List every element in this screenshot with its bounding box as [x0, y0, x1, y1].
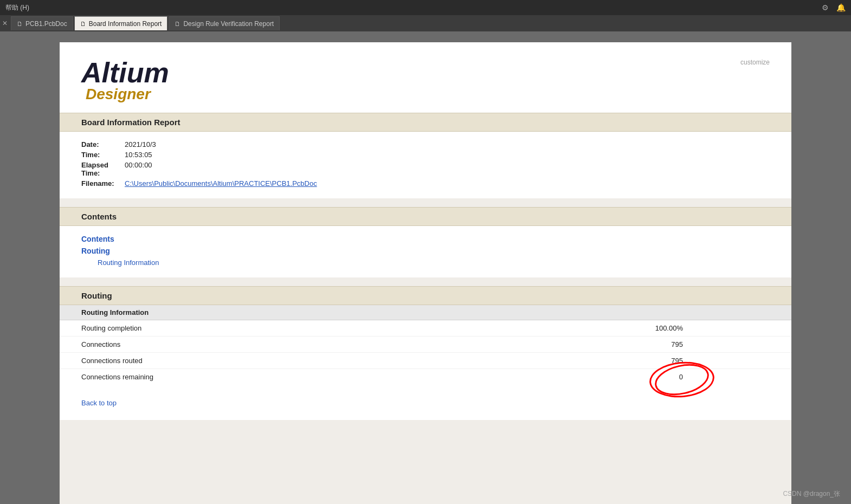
routing-section-header: Routing [60, 286, 791, 305]
customize-link[interactable]: customize [740, 59, 770, 66]
tab-bar: ✕ 🗋 PCB1.PcbDoc 🗋 Board Information Repo… [0, 15, 851, 31]
filename-value[interactable]: C:\Users\Public\Documents\Altium\PRACTIC… [125, 179, 317, 188]
title-bar-label: 帮助 (H) [5, 3, 29, 12]
table-row: Connections routed 795 [60, 353, 791, 369]
gap-1 [60, 198, 791, 207]
title-bar: 帮助 (H) ⚙ 🔔 [0, 0, 851, 15]
routing-completion-value: 100.00% [369, 320, 791, 337]
tab-board-info[interactable]: 🗋 Board Information Report [74, 16, 168, 30]
table-row: Connections remaining 0 [60, 369, 791, 385]
contents-routing-link[interactable]: Routing [81, 247, 770, 255]
tab-drv-report[interactable]: 🗋 Design Rule Verification Report [169, 16, 280, 30]
connections-value: 795 [369, 337, 791, 353]
date-label: Date: [81, 140, 125, 148]
tab-close-button[interactable]: ✕ [2, 20, 8, 27]
logo-area: Altium Designer [81, 59, 169, 102]
connections-remaining-label: Connections remaining [60, 369, 369, 385]
connections-remaining-value: 0 [369, 369, 791, 385]
tab-pcbdoc-label: PCB1.PcbDoc [25, 20, 67, 28]
board-info-section-header: Board Information Report [60, 113, 791, 132]
time-row: Time: 10:53:05 [81, 151, 770, 159]
tab-board-info-icon: 🗋 [80, 21, 86, 27]
contents-body: Contents Routing Routing Information [60, 226, 791, 277]
main-area: Altium Designer customize Board Informat… [0, 31, 851, 504]
connections-label: Connections [60, 337, 369, 353]
tab-board-info-label: Board Information Report [89, 20, 162, 28]
gap-2 [60, 277, 791, 286]
connections-routed-value: 795 [369, 353, 791, 369]
watermark: CSDN @dragon_张 [783, 489, 840, 499]
board-info-title: Board Information Report [81, 118, 180, 127]
elapsed-label: ElapsedTime: [81, 161, 125, 177]
elapsed-row: ElapsedTime: 00:00:00 [81, 161, 770, 177]
contents-routing-info-link[interactable]: Routing Information [98, 259, 770, 267]
title-bar-icons: ⚙ 🔔 [822, 3, 846, 12]
time-value: 10:53:05 [125, 151, 152, 159]
time-label: Time: [81, 151, 125, 159]
tab-pcbdoc[interactable]: 🗋 PCB1.PcbDoc [11, 16, 73, 30]
circled-zero: 0 [679, 373, 683, 381]
date-value: 2021/10/3 [125, 140, 156, 148]
logo-designer: Designer [86, 87, 169, 102]
connections-remaining-number: 0 [679, 373, 683, 381]
report-header: Altium Designer customize [60, 42, 791, 113]
tab-pcbdoc-icon: 🗋 [17, 21, 23, 27]
back-to-top-link[interactable]: Back to top [81, 399, 770, 407]
report-info: Date: 2021/10/3 Time: 10:53:05 ElapsedTi… [60, 132, 791, 198]
contents-contents-link[interactable]: Contents [81, 235, 770, 243]
tab-drv-label: Design Rule Verification Report [183, 20, 274, 28]
routing-info-header: Routing Information [60, 305, 791, 320]
back-to-top-section: Back to top [60, 393, 791, 420]
routing-body: Routing Information Routing completion 1… [60, 305, 791, 393]
table-row: Routing completion 100.00% [60, 320, 791, 337]
routing-completion-label: Routing completion [60, 320, 369, 337]
routing-info-title: Routing Information [81, 308, 149, 316]
contents-title: Contents [81, 212, 117, 221]
routing-title: Routing [81, 291, 112, 300]
date-row: Date: 2021/10/3 [81, 140, 770, 148]
elapsed-value: 00:00:00 [125, 161, 152, 169]
settings-icon[interactable]: ⚙ [822, 3, 829, 12]
tab-drv-icon: 🗋 [175, 21, 180, 27]
logo-altium: Altium [81, 59, 169, 87]
filename-label: Filename: [81, 179, 125, 188]
routing-table: Routing completion 100.00% Connections 7… [60, 320, 791, 385]
report-container: Altium Designer customize Board Informat… [60, 42, 791, 504]
filename-row: Filename: C:\Users\Public\Documents\Alti… [81, 179, 770, 188]
notification-icon[interactable]: 🔔 [836, 3, 846, 12]
connections-routed-label: Connections routed [60, 353, 369, 369]
table-row: Connections 795 [60, 337, 791, 353]
contents-section-header: Contents [60, 207, 791, 226]
